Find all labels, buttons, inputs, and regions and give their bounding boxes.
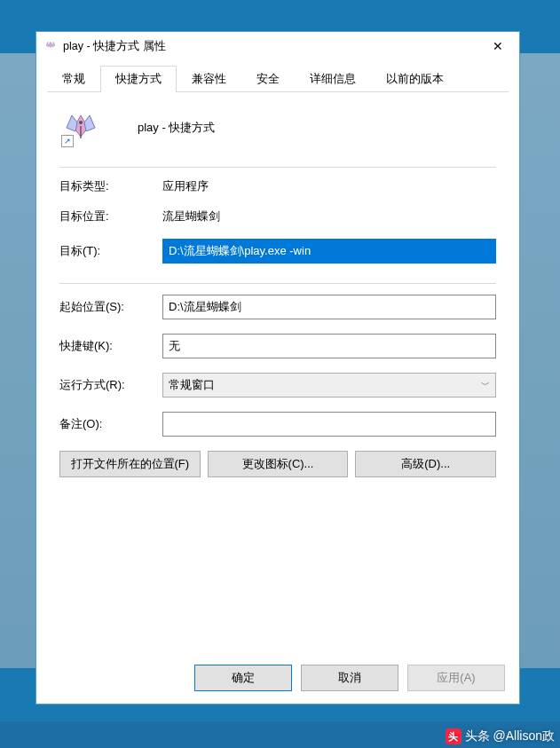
ok-button[interactable]: 确定	[194, 665, 292, 691]
label-target-type: 目标类型:	[59, 178, 162, 194]
tab-details[interactable]: 详细信息	[295, 66, 371, 92]
tabstrip: 常规 快捷方式 兼容性 安全 详细信息 以前的版本	[36, 60, 519, 92]
cancel-button[interactable]: 取消	[301, 665, 398, 691]
shortcut-name: play - 快捷方式	[138, 120, 215, 136]
shortcut-overlay-icon: ↗	[61, 135, 74, 147]
divider	[59, 167, 496, 168]
row-startin: 起始位置(S):	[59, 295, 496, 319]
startin-input[interactable]	[162, 295, 496, 319]
label-run: 运行方式(R):	[59, 377, 162, 393]
watermark-text: 头条 @Allison政	[465, 728, 555, 744]
label-hotkey: 快捷键(K):	[59, 338, 162, 354]
shortcut-icon: ↗	[63, 110, 99, 146]
label-target-loc: 目标位置:	[59, 209, 162, 224]
toutiao-logo-icon: 头	[446, 728, 461, 744]
tab-previous[interactable]: 以前的版本	[371, 66, 459, 92]
label-comment: 备注(O):	[59, 416, 162, 432]
properties-dialog: play - 快捷方式 属性 ✕ 常规 快捷方式 兼容性 安全 详细信息 以前的…	[35, 31, 520, 705]
watermark: 头 头条 @Allison政	[446, 728, 555, 744]
advanced-button[interactable]: 高级(D)...	[355, 451, 496, 477]
divider	[59, 283, 496, 284]
run-select[interactable]: 常规窗口 ﹀	[162, 373, 496, 398]
row-comment: 备注(O):	[59, 412, 496, 437]
comment-input[interactable]	[162, 412, 496, 437]
app-icon	[43, 39, 58, 53]
hotkey-input[interactable]	[162, 334, 496, 358]
titlebar: play - 快捷方式 属性 ✕	[36, 32, 519, 60]
target-input[interactable]	[162, 239, 496, 264]
close-button[interactable]: ✕	[478, 33, 517, 59]
row-target: 目标(T):	[59, 239, 496, 264]
row-hotkey: 快捷键(K):	[59, 334, 496, 358]
window-title: play - 快捷方式 属性	[63, 39, 478, 54]
tab-content: ↗ play - 快捷方式 目标类型: 应用程序 目标位置: 流星蝴蝶剑 目标(…	[36, 92, 519, 654]
dialog-footer: 确定 取消 应用(A)	[36, 654, 519, 704]
row-run: 运行方式(R): 常规窗口 ﹀	[59, 373, 496, 398]
value-target-type: 应用程序	[162, 178, 209, 194]
tab-security[interactable]: 安全	[241, 66, 295, 92]
tab-shortcut[interactable]: 快捷方式	[100, 66, 177, 92]
run-select-value: 常规窗口	[169, 377, 215, 393]
apply-button[interactable]: 应用(A)	[407, 665, 505, 691]
button-row: 打开文件所在的位置(F) 更改图标(C)... 高级(D)...	[59, 451, 496, 477]
row-target-type: 目标类型: 应用程序	[59, 178, 496, 194]
row-target-loc: 目标位置: 流星蝴蝶剑	[59, 209, 496, 224]
label-startin: 起始位置(S):	[59, 299, 162, 315]
label-target: 目标(T):	[59, 243, 162, 259]
value-target-loc: 流星蝴蝶剑	[162, 209, 220, 224]
tab-compat[interactable]: 兼容性	[177, 66, 241, 92]
open-file-location-button[interactable]: 打开文件所在的位置(F)	[59, 451, 201, 477]
change-icon-button[interactable]: 更改图标(C)...	[208, 451, 349, 477]
tab-general[interactable]: 常规	[47, 66, 100, 92]
chevron-down-icon: ﹀	[481, 379, 490, 391]
svg-point-1	[79, 121, 83, 124]
shortcut-header: ↗ play - 快捷方式	[59, 106, 496, 161]
